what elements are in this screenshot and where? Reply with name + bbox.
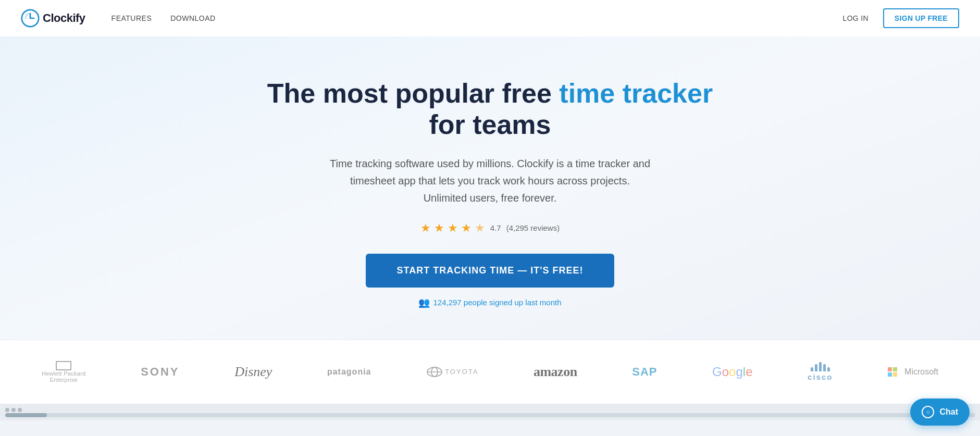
chat-button[interactable]: ○ Chat xyxy=(910,398,970,426)
logo-disney: Disney xyxy=(234,364,272,380)
scroll-dots xyxy=(5,408,975,412)
logo-hp: Hewlett Packard Enterprise xyxy=(42,361,86,383)
nav-features[interactable]: FEATURES xyxy=(111,14,152,22)
hero-title-part2: for teams xyxy=(429,109,551,140)
hero-subtitle: Time tracking software used by millions.… xyxy=(329,155,652,207)
scroll-dot-3 xyxy=(18,408,22,412)
microsoft-grid-icon xyxy=(888,367,897,377)
nav-links: FEATURES DOWNLOAD xyxy=(111,14,843,22)
rating-count: (4,295 reviews) xyxy=(506,223,560,232)
cta-button[interactable]: START TRACKING TIME — IT'S FREE! xyxy=(366,254,615,288)
signup-count-row: 👥 124,297 people signed up last month xyxy=(418,297,561,308)
people-icon: 👥 xyxy=(418,297,430,308)
logo-sap: SAP xyxy=(632,365,657,379)
logo-text: Clockify xyxy=(43,11,85,25)
nav-download[interactable]: DOWNLOAD xyxy=(170,14,215,22)
chat-icon: ○ xyxy=(922,406,934,418)
hero-title-part1: The most popular free xyxy=(267,78,560,108)
star-3: ★ xyxy=(448,221,458,235)
logos-section: Hewlett Packard Enterprise SONY Disney p… xyxy=(0,340,980,404)
rating-row: ★ ★ ★ ★ ★ 4.7 (4,295 reviews) xyxy=(420,221,560,235)
hero-section: The most popular free time tracker for t… xyxy=(0,36,980,340)
logo-microsoft: Microsoft xyxy=(888,367,938,377)
login-button[interactable]: LOG IN xyxy=(843,14,869,22)
star-4: ★ xyxy=(461,221,472,235)
scrollbar-thumb[interactable] xyxy=(5,413,47,417)
logo-icon xyxy=(21,9,40,28)
logo-amazon: amazon xyxy=(534,364,577,380)
logo-toyota: TOYOTA xyxy=(426,366,478,378)
scroll-dot-2 xyxy=(11,408,16,412)
star-2: ★ xyxy=(434,221,444,235)
navbar: Clockify FEATURES DOWNLOAD LOG IN SIGN U… xyxy=(0,0,980,36)
logo-patagonia: patagonia xyxy=(327,367,371,377)
logo-link[interactable]: Clockify xyxy=(21,9,85,28)
bottom-bar xyxy=(0,404,980,420)
logo-google: Google xyxy=(712,365,752,379)
scrollbar-track[interactable] xyxy=(5,413,975,417)
hero-title: The most popular free time tracker for t… xyxy=(256,78,725,141)
rating-value: 4.7 xyxy=(490,223,501,232)
logo-cisco: cisco xyxy=(808,362,833,381)
star-half: ★ xyxy=(475,221,485,235)
nav-right: LOG IN SIGN UP FREE xyxy=(843,8,959,28)
scroll-dot-1 xyxy=(5,408,9,412)
logo-sony: SONY xyxy=(141,365,179,379)
chat-label: Chat xyxy=(939,407,958,417)
hero-title-accent: time tracker xyxy=(559,78,713,108)
star-1: ★ xyxy=(420,221,431,235)
signup-button[interactable]: SIGN UP FREE xyxy=(883,8,959,28)
signup-count-text: 124,297 people signed up last month xyxy=(433,298,561,307)
